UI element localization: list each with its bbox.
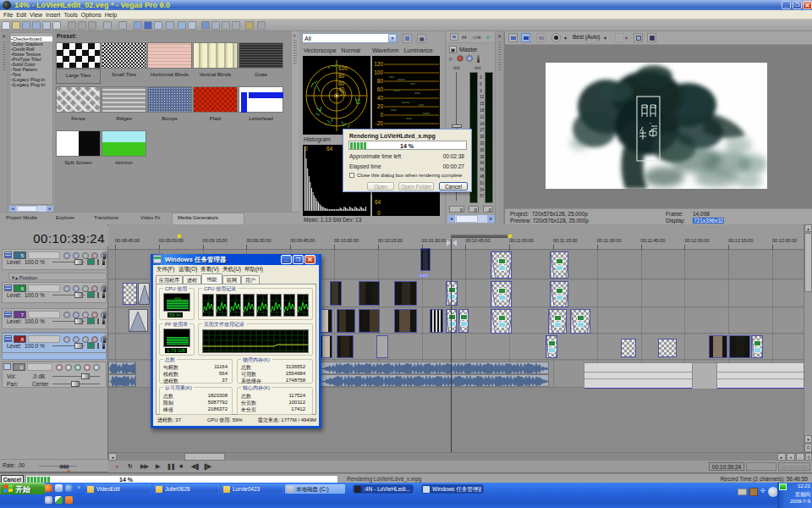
svg-text:80: 80 [377, 78, 384, 84]
svg-text:100: 100 [374, 69, 383, 75]
svg-text:64: 64 [326, 146, 333, 152]
svg-text:120: 120 [374, 61, 383, 67]
svg-text:40: 40 [377, 95, 384, 101]
svg-text:60: 60 [377, 86, 384, 92]
svg-text:60: 60 [338, 80, 345, 86]
svg-text:20: 20 [377, 103, 384, 109]
svg-text:80: 80 [338, 73, 345, 79]
svg-text:0: 0 [380, 112, 383, 118]
svg-text:-20: -20 [376, 120, 384, 126]
svg-text:20: 20 [340, 91, 347, 97]
svg-text:100: 100 [338, 65, 348, 71]
